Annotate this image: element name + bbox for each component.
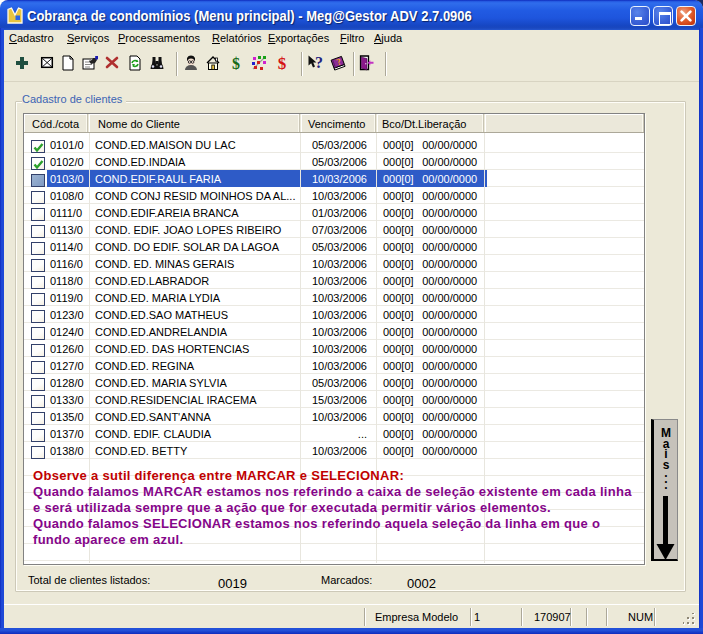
svg-text:?: ? [315,55,323,71]
svg-text:$: $ [278,55,287,71]
svg-text:$: $ [232,55,240,71]
